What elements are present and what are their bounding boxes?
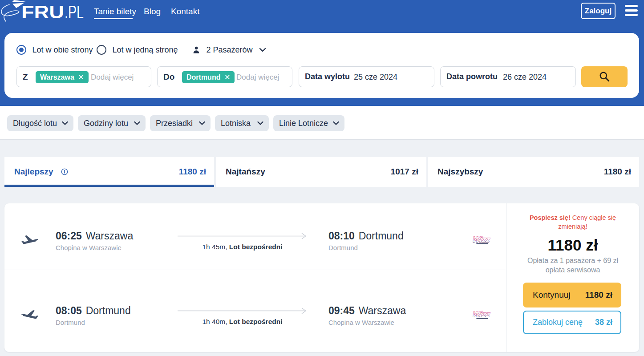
- svg-text:Wizz: Wizz: [472, 235, 490, 244]
- svg-text:Wizz: Wizz: [472, 310, 490, 319]
- svg-text:.PL: .PL: [65, 2, 84, 22]
- svg-text:FRU: FRU: [21, 2, 64, 22]
